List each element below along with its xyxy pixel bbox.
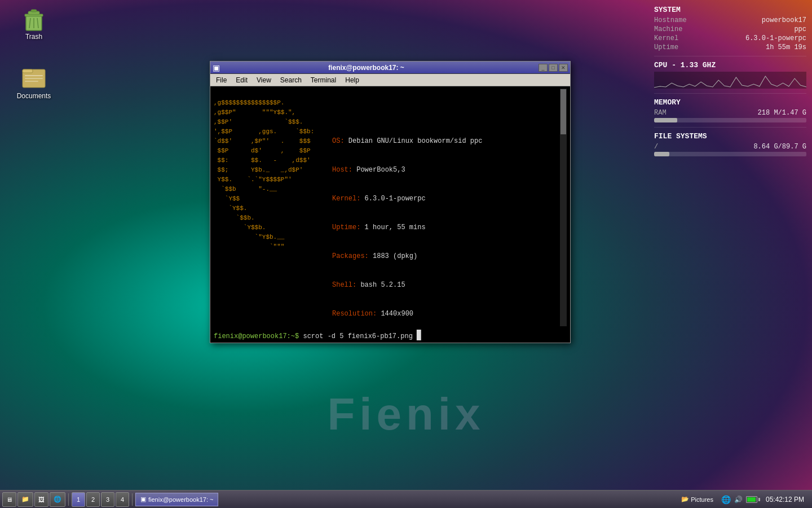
battery-tip bbox=[758, 498, 760, 501]
menu-file[interactable]: File bbox=[213, 75, 230, 85]
svg-rect-3 bbox=[31, 10, 37, 12]
menu-help[interactable]: Help bbox=[342, 75, 363, 85]
taskbar-btn-1[interactable]: 📁 bbox=[17, 492, 33, 507]
sysinfo-ram-label: RAM bbox=[654, 109, 667, 117]
documents-svg bbox=[20, 65, 47, 92]
workspace-2-btn[interactable]: 2 bbox=[86, 492, 100, 507]
desktop: Fienix Trash Documents SYSTEM bbox=[0, 0, 812, 508]
terminal-title: fienix@powerbook17: ~ bbox=[222, 64, 510, 72]
taskbar-btn-0[interactable]: 🖥 bbox=[2, 492, 16, 507]
documents-icon[interactable]: Documents bbox=[11, 65, 56, 100]
sysinfo-kernel-label: Kernel bbox=[654, 34, 678, 42]
menu-terminal[interactable]: Terminal bbox=[307, 75, 339, 85]
sysinfo-kernel-value: 6.3.0-1-powerpc bbox=[745, 34, 806, 42]
sysinfo-fs-title: FILE SYSTEMS bbox=[654, 132, 806, 141]
sysinfo-cpu-title: CPU - 1.33 GHZ bbox=[654, 61, 806, 69]
sysinfo-fs-path: / bbox=[654, 143, 658, 151]
sysinfo-ram-bar bbox=[654, 118, 677, 122]
menu-edit[interactable]: Edit bbox=[232, 75, 251, 85]
sysinfo-memory-title: MEMORY bbox=[654, 98, 806, 107]
sysinfo-system-title: SYSTEM bbox=[654, 6, 806, 14]
sysinfo-uptime-label: Uptime bbox=[654, 43, 678, 51]
sysinfo-hostname-value: powerbook17 bbox=[762, 16, 806, 24]
sysinfo-hostname-row: Hostname powerbook17 bbox=[654, 16, 806, 24]
svg-rect-10 bbox=[25, 78, 43, 79]
sysinfo-uptime-value: 1h 55m 19s bbox=[766, 43, 806, 51]
terminal-titlebar: ▣ fienix@powerbook17: ~ _ □ ✕ bbox=[210, 62, 570, 74]
trash-icon[interactable]: Trash bbox=[11, 6, 56, 41]
taskbar-sep-2 bbox=[132, 493, 133, 506]
sysinfo-ram-row: RAM 218 M/1.47 G bbox=[654, 109, 806, 117]
terminal-ascii-art: ,g$$$$$$$$$$$$$$$P. ,g$$P" """Y$$.", ,$$… bbox=[214, 89, 326, 326]
taskbar-clock: 05:42:12 PM bbox=[764, 496, 806, 503]
sysinfo-machine-label: Machine bbox=[654, 25, 682, 33]
minimize-button[interactable]: _ bbox=[539, 64, 548, 72]
sysinfo-uptime-row: Uptime 1h 55m 19s bbox=[654, 43, 806, 51]
pictures-taskbar-item[interactable]: 📂 Pictures bbox=[678, 493, 717, 506]
menu-view[interactable]: View bbox=[253, 75, 275, 85]
cursor: ▋ bbox=[417, 330, 423, 340]
sysinfo-machine-value: ppc bbox=[794, 25, 806, 33]
sysinfo-kernel-row: Kernel 6.3.0-1-powerpc bbox=[654, 34, 806, 42]
pictures-icon: 📂 bbox=[681, 496, 689, 503]
svg-rect-9 bbox=[25, 75, 43, 76]
trash-svg bbox=[20, 6, 47, 33]
scrollbar-thumb[interactable] bbox=[561, 89, 566, 134]
terminal-info: OS: Debian GNU/Linux bookworm/sid ppc Ho… bbox=[326, 89, 560, 326]
terminal-taskbar-label: fienix@powerbook17: ~ bbox=[148, 496, 213, 503]
window-controls: _ □ ✕ bbox=[539, 64, 568, 72]
system-tray: 🌐 🔊 05:42:12 PM bbox=[718, 491, 810, 508]
documents-label: Documents bbox=[17, 92, 51, 100]
pictures-label: Pictures bbox=[691, 496, 713, 503]
taskbar-sep-1 bbox=[68, 493, 69, 506]
volume-icon[interactable]: 🔊 bbox=[734, 496, 743, 503]
battery-fill bbox=[747, 497, 756, 502]
taskbar: 🖥 📁 🖼 🌐 1 2 3 4 ▣ fienix@powerbook17: ~ … bbox=[0, 490, 812, 508]
terminal-prompt-area[interactable]: fienix@powerbook17:~$ scrot -d 5 fienix6… bbox=[210, 329, 570, 343]
svg-rect-11 bbox=[25, 81, 38, 82]
workspace-4-btn[interactable]: 4 bbox=[116, 492, 129, 507]
sysinfo-ram-bar-container bbox=[654, 118, 806, 122]
taskbar-btn-3[interactable]: 🌐 bbox=[50, 492, 65, 507]
workspace-1-btn[interactable]: 1 bbox=[72, 492, 85, 507]
sysinfo-fs-bar-container bbox=[654, 152, 806, 156]
sysinfo-fs-bar bbox=[654, 152, 669, 156]
menu-search[interactable]: Search bbox=[277, 75, 305, 85]
prompt-command: scrot -d 5 fienix6-pb17.png bbox=[299, 332, 413, 340]
sysinfo-hostname-label: Hostname bbox=[654, 16, 687, 24]
terminal-menubar: File Edit View Search Terminal Help bbox=[210, 74, 570, 86]
maximize-button[interactable]: □ bbox=[549, 64, 558, 72]
terminal-window[interactable]: ▣ fienix@powerbook17: ~ _ □ ✕ File Edit … bbox=[210, 61, 571, 343]
network-icon[interactable]: 🌐 bbox=[721, 495, 731, 504]
svg-rect-8 bbox=[23, 69, 33, 73]
terminal-taskbar-btn[interactable]: ▣ fienix@powerbook17: ~ bbox=[135, 493, 218, 506]
sysinfo-fs-value: 8.64 G/89.7 G bbox=[753, 143, 806, 151]
cpu-graph bbox=[654, 72, 806, 89]
workspace-3-btn[interactable]: 3 bbox=[101, 492, 114, 507]
sysinfo-fs-row: / 8.64 G/89.7 G bbox=[654, 143, 806, 151]
battery-bar bbox=[746, 496, 757, 503]
close-button[interactable]: ✕ bbox=[559, 64, 568, 72]
terminal-body[interactable]: ,g$$$$$$$$$$$$$$$P. ,g$$P" """Y$$.", ,$$… bbox=[210, 86, 570, 329]
terminal-taskbar-icon: ▣ bbox=[140, 496, 146, 503]
trash-label: Trash bbox=[25, 33, 42, 41]
desktop-watermark: Fienix bbox=[327, 388, 484, 440]
taskbar-btn-2[interactable]: 🖼 bbox=[34, 492, 48, 507]
terminal-prompt: fienix@powerbook17:~$ scrot -d 5 fienix6… bbox=[214, 332, 417, 340]
sysinfo-ram-value: 218 M/1.47 G bbox=[758, 109, 806, 117]
sysinfo-panel: SYSTEM Hostname powerbook17 Machine ppc … bbox=[654, 6, 806, 156]
battery-indicator bbox=[746, 496, 760, 503]
terminal-scrollbar[interactable] bbox=[560, 89, 567, 326]
prompt-text: fienix@powerbook17:~$ bbox=[214, 332, 299, 340]
sysinfo-machine-row: Machine ppc bbox=[654, 25, 806, 33]
terminal-icon: ▣ bbox=[213, 63, 220, 72]
